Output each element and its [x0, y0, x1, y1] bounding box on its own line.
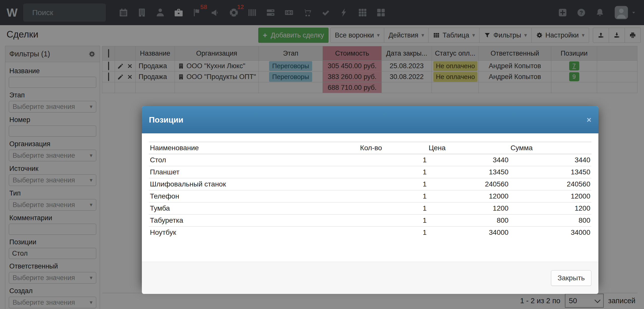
item-qty: 1	[359, 166, 428, 178]
item-name: Тумба	[149, 202, 359, 214]
position-row: Планшет11345013450	[149, 166, 591, 178]
item-sum: 240560	[509, 178, 591, 190]
item-price: 3440	[428, 154, 509, 166]
col-header-price: Цена	[428, 142, 509, 154]
item-price: 13450	[428, 166, 509, 178]
item-qty: 1	[359, 226, 428, 238]
item-price: 800	[428, 214, 509, 226]
modal-footer: Закрыть	[142, 262, 598, 294]
item-name: Планшет	[149, 166, 359, 178]
item-price: 1200	[428, 202, 509, 214]
item-sum: 34000	[509, 226, 591, 238]
item-price: 12000	[428, 190, 509, 202]
position-row: Телефон11200012000	[149, 190, 591, 202]
item-name: Стол	[149, 154, 359, 166]
item-qty: 1	[359, 214, 428, 226]
item-name: Табуретка	[149, 214, 359, 226]
modal-header: Позиции ×	[142, 106, 598, 133]
item-qty: 1	[359, 202, 428, 214]
item-sum: 12000	[509, 190, 591, 202]
item-name: Ноутбук	[149, 226, 359, 238]
position-row: Ноутбук13400034000	[149, 226, 591, 238]
close-button[interactable]: Закрыть	[551, 270, 591, 286]
position-row: Тумба112001200	[149, 202, 591, 214]
item-qty: 1	[359, 178, 428, 190]
positions-table: Наименование Кол-во Цена Сумма Стол13440…	[149, 142, 591, 238]
close-icon[interactable]: ×	[587, 116, 591, 124]
item-name: Телефон	[149, 190, 359, 202]
position-row: Стол134403440	[149, 154, 591, 166]
item-sum: 800	[509, 214, 591, 226]
position-row: Табуретка1800800	[149, 214, 591, 226]
item-price: 240560	[428, 178, 509, 190]
modal-title: Позиции	[149, 115, 183, 125]
item-sum: 13450	[509, 166, 591, 178]
col-header-item: Наименование	[149, 142, 359, 154]
positions-modal: Позиции × Наименование Кол-во Цена Сумма…	[142, 106, 598, 286]
item-price: 34000	[428, 226, 509, 238]
item-qty: 1	[359, 154, 428, 166]
item-sum: 3440	[509, 154, 591, 166]
positions-header-row: Наименование Кол-во Цена Сумма	[149, 142, 591, 154]
col-header-sum: Сумма	[509, 142, 591, 154]
col-header-qty: Кол-во	[359, 142, 428, 154]
modal-body: Наименование Кол-во Цена Сумма Стол13440…	[142, 142, 598, 262]
item-name: Шлифовальный станок	[149, 178, 359, 190]
position-row: Шлифовальный станок1240560240560	[149, 178, 591, 190]
item-qty: 1	[359, 190, 428, 202]
item-sum: 1200	[509, 202, 591, 214]
